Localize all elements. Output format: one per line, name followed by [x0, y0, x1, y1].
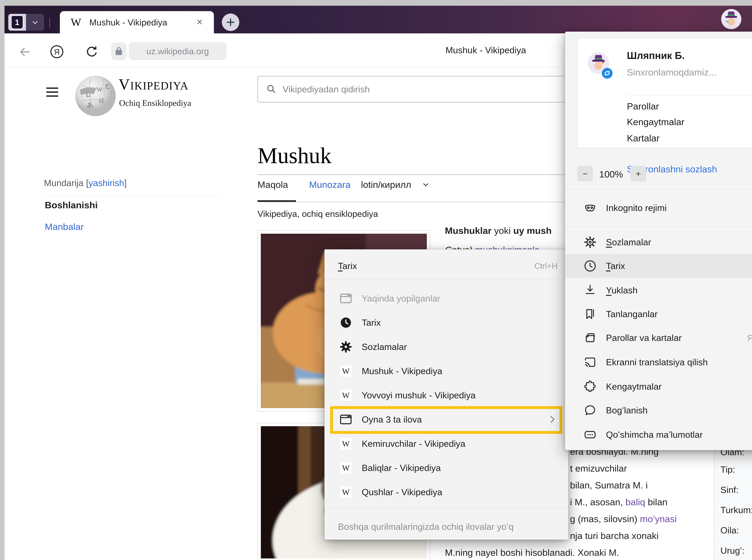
taxonomy-row-sinf: Sinf:Sut emizuvchilar: [720, 485, 752, 495]
minus-label: −: [583, 169, 588, 179]
main-menu-item-qo-shimcha-ma-lumotlar[interactable]: Qoʻshimcha maʼlumotlar: [565, 423, 752, 446]
body-line-7: M.ning nayel boshi hisoblanadi. Xonaki M…: [445, 547, 619, 558]
zoom-in-button[interactable]: +: [631, 166, 646, 181]
variant-chevron-down-icon[interactable]: [421, 180, 431, 190]
menu-item-label: Parollar va kartalar: [606, 333, 682, 343]
wiki-logo-wordmark[interactable]: Vikipediya: [119, 75, 189, 93]
tab-article[interactable]: Maqola: [257, 179, 288, 190]
history-menu-item-oyna-3-ta-ilova[interactable]: Oyna 3 ta ilova: [325, 407, 568, 432]
taxonomy-row-urugʻ: Urugʻ:Felis: [720, 545, 752, 556]
taxonomy-row-oila: Oila:Felidae: [720, 525, 752, 536]
back-icon[interactable]: [17, 44, 33, 60]
screen-frame-left: [0, 0, 4, 560]
new-tab-button[interactable]: [222, 14, 239, 31]
cast-icon: [583, 355, 597, 369]
body-line-3: bilan, Sumatra M. i: [570, 480, 648, 491]
site-tagline: Vikipediya, ochiq ensiklopediya: [257, 209, 378, 219]
gear-filled-icon: [339, 340, 353, 354]
search-placeholder: Vikipediyadan qidirish: [283, 84, 370, 95]
article-link[interactable]: moʻynasi: [640, 514, 677, 524]
history-menu-item-mushuk-vikipediya[interactable]: WMushuk - Vikipediya: [325, 359, 568, 383]
profile-link-parollar[interactable]: Parollar: [627, 101, 659, 112]
window-icon: [339, 291, 353, 305]
active-tab[interactable]: W Mushuk - Vikipediya: [60, 11, 214, 33]
wikipedia-icon: W: [339, 388, 353, 402]
taxonomy-label: Sinf:: [720, 485, 752, 495]
plus-label: +: [636, 169, 641, 179]
incognito-icon: [583, 201, 597, 215]
menu-item-label: Sozlamalar: [606, 237, 651, 247]
profile-card: Шляпник Б. Sinxronlamoqdamiz... Parollar…: [577, 38, 752, 148]
wikipedia-icon: W: [339, 437, 353, 451]
taxonomy-label: Urugʻ:: [720, 545, 752, 556]
toc-item-link[interactable]: Manbalar: [45, 221, 84, 232]
svg-text:W: W: [342, 366, 350, 376]
lock-icon[interactable]: [111, 42, 126, 60]
profile-link-kengaytmalar[interactable]: Kengaytmalar: [627, 117, 685, 127]
puzzle-icon: [583, 379, 597, 394]
tab-group-button[interactable]: 1: [8, 14, 44, 31]
chev-r-icon: [547, 414, 557, 425]
main-menu-item-yuklash[interactable]: YuklashCtrl+J: [565, 278, 752, 302]
main-menu-item-kengaytmalar[interactable]: Kengaytmalar: [565, 375, 752, 398]
menu-item-label: Ekranni translatsiya qilish: [606, 357, 708, 367]
wikipedia-icon: W: [339, 461, 353, 475]
page-title: Mushuk: [257, 143, 332, 168]
history-header-shortcut: Ctrl+H: [534, 261, 557, 271]
screen-frame-top: [0, 0, 752, 6]
wiki-logo-tagline: Ochiq Ensiklopediya: [119, 98, 191, 108]
wikipedia-icon: W: [339, 485, 353, 499]
main-menu-item-sozlamalar[interactable]: Sozlamalar: [565, 230, 752, 254]
reload-icon[interactable]: [83, 43, 100, 60]
yandex-button-icon[interactable]: Я: [48, 43, 65, 60]
toc-item-active[interactable]: Boshlanishi: [45, 200, 98, 211]
history-menu-item-tarix[interactable]: Tarix: [325, 311, 568, 335]
history-menu-item-qushlar-vikipediya[interactable]: WQushlar - Vikipediya: [325, 480, 568, 504]
profile-link-kartalar[interactable]: Kartalar: [627, 133, 659, 143]
history-menu-item-kemiruvchilar-vikipediya[interactable]: WKemiruvchilar - Vikipediya: [325, 432, 568, 456]
menu-item-label: Bogʻlanish: [606, 405, 648, 416]
menu-item-label: Kengaytmalar: [606, 381, 661, 392]
history-menu-item-sozlamalar[interactable]: Sozlamalar: [325, 335, 568, 359]
article-link[interactable]: baliq: [626, 497, 645, 507]
clock-icon: [583, 259, 597, 273]
history-menu-item-yaqinda-yopilganlar[interactable]: Yaqinda yopilganlar: [325, 286, 568, 311]
url-text: uz.wikipedia.org: [146, 46, 209, 56]
toc-header: Mundarija [yashirish]: [44, 178, 127, 188]
menu-item-label: Qushlar - Vikipediya: [362, 487, 442, 497]
svg-text:Я: Я: [54, 47, 60, 56]
svg-text:W: W: [342, 439, 350, 448]
svg-text:W: W: [96, 86, 103, 93]
no-remote-tabs-text: Boshqa qurilmalaringizda ochiq ilovalar …: [338, 521, 513, 532]
history-menu-header[interactable]: Tarix Ctrl+H: [325, 254, 568, 278]
wiki-hamburger-icon[interactable]: [44, 84, 60, 101]
main-menu-item-tanlanganlar[interactable]: Tanlanganlar: [565, 302, 752, 326]
main-menu-item-ekranni-translatsiya-qilish[interactable]: Ekranni translatsiya qilish: [565, 350, 752, 374]
variant-selector[interactable]: lotin/кирилл: [361, 179, 411, 190]
main-menu-item-bog-lanish[interactable]: Bogʻlanish: [565, 398, 752, 422]
profile-avatar[interactable]: [721, 9, 741, 29]
wiki-search-box[interactable]: Vikipediyadan qidirish: [257, 76, 568, 102]
menu-item-label: Mushuk - Vikipediya: [362, 366, 442, 376]
menu-item-label: Sozlamalar: [362, 342, 407, 352]
profile-name: Шляпник Б.: [627, 50, 685, 61]
menu-item-label: Yaqinda yopilganlar: [362, 293, 440, 304]
toc-hide-link[interactable]: yashirish: [88, 178, 124, 188]
tab-talk[interactable]: Munozara: [309, 179, 351, 190]
wikipedia-icon: W: [339, 364, 353, 378]
menu-item-label: Kemiruvchilar - Vikipediya: [362, 439, 465, 449]
wikipedia-globe-logo[interactable]: ΩWИあج: [74, 74, 117, 119]
menu-item-label: Oyna 3 ta ilova: [362, 414, 422, 425]
tab-group-chevron-down-icon[interactable]: [26, 14, 44, 31]
history-menu-item-baliqlar-vikipediya[interactable]: WBaliqlar - Vikipediya: [325, 456, 568, 480]
browser-main-menu: Шляпник Б. Sinxronlamoqdamiz... Parollar…: [565, 32, 752, 450]
main-menu-item-tarix[interactable]: Tarix: [565, 254, 752, 278]
svg-text:あ: あ: [87, 101, 94, 108]
url-bar[interactable]: uz.wikipedia.org: [129, 42, 226, 60]
zoom-out-button[interactable]: −: [577, 166, 593, 181]
tab-close-icon[interactable]: [195, 18, 204, 27]
main-menu-item-inkognito-rejimi[interactable]: Inkognito rejimiCtrl+Shift+N: [565, 196, 752, 220]
main-menu-item-parollar-va-kartalar[interactable]: Parollar va kartalarЯндексID: [565, 326, 752, 349]
history-menu-item-yovvoyi-mushuk-vikipediya[interactable]: WYovvoyi mushuk - Vikipediya: [325, 383, 568, 407]
yandex-id-logo: ЯндексID: [747, 333, 752, 343]
